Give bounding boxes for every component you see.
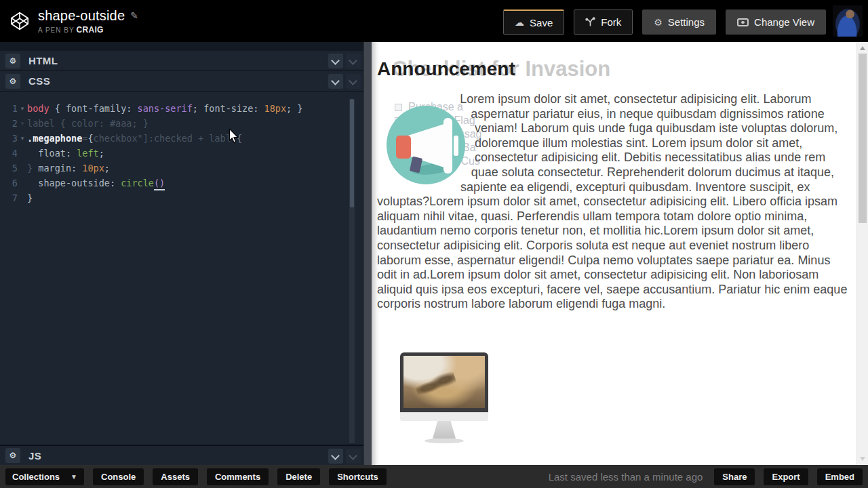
code-token (27, 176, 38, 190)
js-collapse-chevron-icon-faint[interactable] (346, 449, 361, 464)
code-token: 18px (264, 101, 287, 116)
scroll-down-arrow-icon[interactable] (860, 457, 865, 461)
editor-panel: ⚙ HTML ⚙ CSS 1▾body { font-family: sans-… (0, 42, 363, 465)
js-collapse-chevron-icon[interactable] (328, 449, 343, 464)
pen-title[interactable]: shape-outside (38, 8, 125, 24)
code-token: : (71, 161, 82, 176)
code-token: } (27, 190, 33, 205)
line-number: 5 (0, 161, 18, 176)
code-line[interactable]: 5} margin: 10px; (0, 161, 363, 176)
code-token: : (66, 146, 77, 161)
user-avatar[interactable] (833, 5, 863, 37)
assets-button[interactable]: Assets (153, 468, 198, 485)
change-view-button[interactable]: Change View (726, 9, 826, 35)
code-token: } (27, 161, 38, 176)
byline: A PEN BYCraig (38, 25, 138, 35)
shortcuts-button[interactable]: Shortcuts (329, 468, 387, 485)
preview-scrollbar[interactable] (856, 42, 868, 465)
css-code-editor[interactable]: 1▾body { font-family: sans-serif; font-s… (0, 92, 363, 445)
html-section-label: HTML (28, 55, 58, 66)
code-line[interactable]: 6 shape-outside: circle() (0, 176, 363, 190)
console-button[interactable]: Console (93, 468, 144, 485)
cloud-icon: ☁ (515, 18, 524, 27)
html-section-header[interactable]: ⚙ HTML (0, 51, 363, 71)
code-token: left (77, 146, 99, 161)
mouse-cursor-icon (228, 129, 239, 144)
code-token: label { color: #aaa; } (27, 116, 149, 131)
code-token: circle (121, 176, 154, 190)
codepen-logo-icon[interactable] (9, 11, 30, 31)
code-token: ; (99, 146, 104, 161)
fold-arrow-icon[interactable]: ▾ (18, 131, 27, 146)
fold-arrow-icon[interactable]: ▾ (18, 116, 27, 131)
css-section-header[interactable]: ⚙ CSS (0, 71, 363, 92)
css-section-label: CSS (28, 75, 50, 87)
html-collapse-chevron-icon-faint[interactable] (346, 54, 361, 68)
editor-scrollbar[interactable] (349, 99, 355, 443)
view-icon (737, 18, 749, 26)
line-number: 1 (0, 101, 18, 116)
code-token: ; } (286, 101, 302, 116)
export-button[interactable]: Export (764, 468, 808, 485)
dropdown-caret-icon: ▼ (71, 473, 77, 481)
html-settings-gear-icon[interactable]: ⚙ (5, 54, 20, 68)
js-section-label: JS (28, 450, 41, 462)
code-token: : (110, 176, 121, 190)
last-saved-status: Last saved less than a minute ago (549, 471, 703, 483)
js-section-header[interactable]: ⚙ JS (0, 445, 363, 465)
fold-arrow-icon (18, 190, 27, 205)
preview-heading: Announcement (377, 58, 515, 80)
panel-resize-divider[interactable] (363, 42, 372, 465)
editor-scrollbar-thumb[interactable] (350, 99, 354, 207)
line-number: 2 (0, 116, 18, 131)
gear-icon: ⚙ (654, 18, 663, 27)
top-header: shape-outside ✎ A PEN BYCraig ☁ Save For… (0, 0, 868, 42)
collections-dropdown[interactable]: Collections ▼ (5, 468, 84, 485)
preview-scrollbar-thumb[interactable] (859, 54, 867, 223)
share-button[interactable]: Share (714, 468, 755, 485)
scroll-up-arrow-icon[interactable] (860, 46, 865, 50)
author-link[interactable]: Craig (77, 25, 104, 35)
code-token: ; (193, 101, 203, 116)
code-line[interactable]: 4 float: left; (0, 146, 363, 161)
edit-title-pencil-icon[interactable]: ✎ (130, 10, 138, 21)
preview-panel: Checklist for Invasion Announcement Purc… (372, 42, 868, 465)
js-settings-gear-icon[interactable]: ⚙ (5, 448, 20, 463)
line-number: 4 (0, 146, 18, 161)
code-token: : (253, 101, 264, 116)
code-token: : (126, 101, 137, 116)
html-collapse-chevron-icon[interactable] (328, 54, 343, 68)
fold-arrow-icon (18, 161, 27, 176)
code-token: .megaphone (27, 131, 82, 146)
code-line[interactable]: 7} (0, 190, 363, 205)
code-line[interactable]: 3▾.megaphone={checkbox"]:checked + labl … (0, 131, 363, 146)
delete-button[interactable]: Delete (277, 468, 320, 485)
css-settings-gear-icon[interactable]: ⚙ (5, 74, 20, 89)
bottom-bar: Collections ▼ Console Assets Comments De… (0, 465, 868, 488)
line-number: 6 (0, 176, 18, 190)
fold-arrow-icon[interactable]: ▾ (18, 101, 27, 116)
settings-button[interactable]: ⚙ Settings (642, 9, 716, 35)
line-number: 7 (0, 190, 18, 205)
code-token: checkbox"]:checked + lab (94, 131, 226, 146)
code-line[interactable]: 2▾label { color: #aaa; } (0, 116, 363, 131)
editor-top-strip (0, 42, 363, 51)
css-collapse-chevron-icon[interactable] (328, 74, 343, 89)
fold-arrow-icon (18, 146, 27, 161)
comments-button[interactable]: Comments (207, 468, 269, 485)
code-token: margin (38, 161, 71, 176)
megaphone-icon[interactable] (387, 106, 465, 184)
code-token: sans-serif (138, 101, 193, 116)
code-token: body (27, 101, 50, 116)
code-token: 10px (82, 161, 104, 176)
code-token: shape-outside (38, 176, 110, 190)
fork-icon (585, 17, 595, 27)
fork-button[interactable]: Fork (574, 9, 633, 35)
save-button[interactable]: ☁ Save (503, 9, 564, 35)
css-collapse-chevron-icon-faint[interactable] (346, 74, 361, 89)
code-line[interactable]: 1▾body { font-family: sans-serif; font-s… (0, 101, 363, 116)
code-token: font-size (203, 101, 253, 116)
line-number: 3 (0, 131, 18, 146)
embed-button[interactable]: Embed (817, 468, 863, 485)
fold-arrow-icon (18, 176, 27, 190)
